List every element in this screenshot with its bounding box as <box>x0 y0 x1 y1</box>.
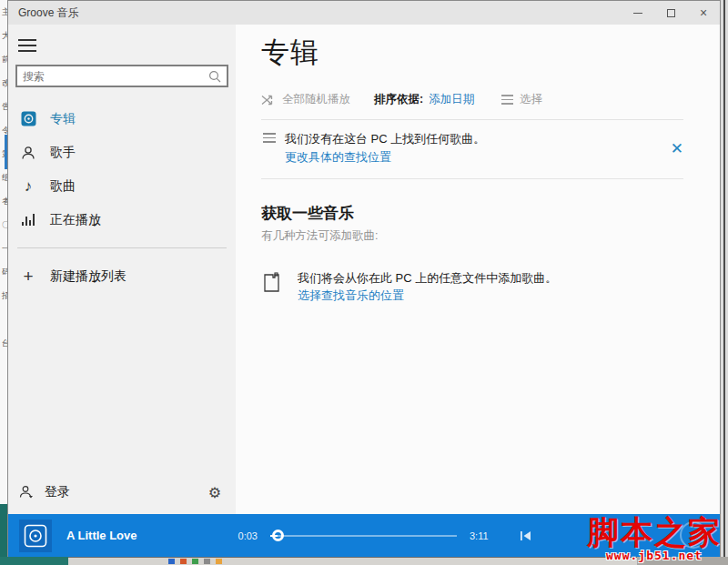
sidebar-item-label: 新建播放列表 <box>50 268 126 285</box>
seek-track[interactable] <box>270 535 457 537</box>
taskbar-sliver-right <box>637 557 728 565</box>
main-pane: 专辑 全部随机播放 排序依据: 添加日期 选择 <box>236 25 720 515</box>
sidebar-divider <box>17 247 227 248</box>
hamburger-icon <box>18 39 36 41</box>
mini-icon <box>204 559 210 564</box>
shuffle-all-label: 全部随机播放 <box>282 92 350 107</box>
music-note-icon: ♪ <box>19 177 37 196</box>
sign-in-button[interactable]: 登录 <box>45 484 208 500</box>
shuffle-icon <box>261 95 276 106</box>
shuffle-all-button[interactable]: 全部随机播放 <box>261 92 350 107</box>
titlebar[interactable]: Groove 音乐 × <box>8 1 720 25</box>
search-icon[interactable] <box>208 70 221 83</box>
sidebar-item-artists[interactable]: 歌手 <box>8 136 236 169</box>
get-music-subtitle: 有几种方法可添加歌曲: <box>261 228 683 244</box>
close-button[interactable]: × <box>687 1 720 25</box>
minimize-button[interactable] <box>622 1 654 25</box>
search-input[interactable] <box>23 70 208 83</box>
desktop-right-sliver <box>721 0 728 557</box>
maximize-button[interactable] <box>654 1 687 25</box>
album-art-thumbnail[interactable] <box>19 520 52 552</box>
song-list-icon <box>263 133 276 143</box>
page-title: 专辑 <box>261 34 683 72</box>
select-list-icon <box>501 95 513 105</box>
window-title: Groove 音乐 <box>8 5 622 21</box>
sidebar-item-label: 歌手 <box>50 145 76 161</box>
no-songs-notice: 我们没有在这台 PC 上找到任何歌曲。 更改具体的查找位置 ✕ <box>261 130 683 166</box>
equalizer-icon <box>19 211 37 229</box>
now-playing-track-title: A Little Love <box>66 529 221 542</box>
select-label: 选择 <box>520 92 542 107</box>
divider <box>261 178 683 179</box>
get-music-section: 获取一些音乐 有几种方法可添加歌曲: <box>261 203 683 244</box>
change-search-location-link[interactable]: 更改具体的查找位置 <box>285 148 671 166</box>
sidebar-item-now-playing[interactable]: 正在播放 <box>8 203 236 237</box>
player-bar: A Little Love 0:03 3:11 <box>8 514 720 557</box>
minimize-icon <box>633 13 642 14</box>
sidebar-footer: 登录 ⚙ <box>8 479 236 506</box>
toolbar: 全部随机播放 排序依据: 添加日期 选择 <box>261 92 683 107</box>
sidebar: 专辑 歌手 ♪ 歌曲 <box>8 25 236 515</box>
dismiss-notice-icon[interactable]: ✕ <box>671 139 683 158</box>
taskbar-sliver <box>68 557 637 565</box>
groove-music-window: Groove 音乐 × <box>7 0 721 557</box>
sidebar-nav: 专辑 歌手 ♪ 歌曲 <box>8 102 236 293</box>
maximize-icon <box>667 9 675 17</box>
notice-text: 我们没有在这台 PC 上找到任何歌曲。 <box>285 130 671 148</box>
local-files-text: 我们将会从你在此 PC 上的任意文件中添加歌曲。 <box>298 269 557 287</box>
artist-icon <box>19 144 37 162</box>
sidebar-item-label: 歌曲 <box>50 178 76 195</box>
sidebar-item-label: 正在播放 <box>50 212 101 228</box>
select-button[interactable]: 选择 <box>501 92 542 107</box>
total-duration: 3:11 <box>470 530 489 541</box>
search-box[interactable] <box>15 65 228 87</box>
mini-icon <box>216 559 222 564</box>
play-control-circle[interactable] <box>680 521 707 549</box>
seek-handle[interactable] <box>272 530 284 541</box>
previous-track-icon <box>520 530 532 541</box>
sidebar-item-songs[interactable]: ♪ 歌曲 <box>8 169 236 203</box>
mini-icon <box>168 559 175 564</box>
sidebar-item-label: 专辑 <box>50 111 76 127</box>
mini-icon <box>192 559 198 564</box>
taskbar-mini-icons <box>168 559 222 564</box>
get-music-title: 获取一些音乐 <box>261 203 683 224</box>
sort-by-label: 排序依据: <box>374 92 423 107</box>
elapsed-time: 0:03 <box>230 530 258 541</box>
folder-icon <box>263 271 283 297</box>
disc-icon <box>24 524 47 548</box>
choose-music-location-link[interactable]: 选择查找音乐的位置 <box>298 287 557 305</box>
divider <box>261 119 683 120</box>
local-files-option: 我们将会从你在此 PC 上的任意文件中添加歌曲。 选择查找音乐的位置 <box>261 269 683 305</box>
settings-gear-icon[interactable]: ⚙ <box>208 484 221 501</box>
seek-slider[interactable] <box>270 530 457 542</box>
plus-icon: + <box>19 267 37 286</box>
close-icon: × <box>700 6 707 19</box>
previous-track-button[interactable] <box>520 530 532 541</box>
hamburger-menu-button[interactable] <box>18 39 38 52</box>
sort-value-link[interactable]: 添加日期 <box>429 92 474 107</box>
sign-in-icon <box>19 485 34 499</box>
sidebar-item-new-playlist[interactable]: + 新建播放列表 <box>8 259 236 293</box>
mini-icon <box>180 559 187 564</box>
background-window-edge <box>723 0 725 557</box>
sidebar-item-albums[interactable]: 专辑 <box>8 102 236 136</box>
album-disc-icon <box>19 110 37 128</box>
